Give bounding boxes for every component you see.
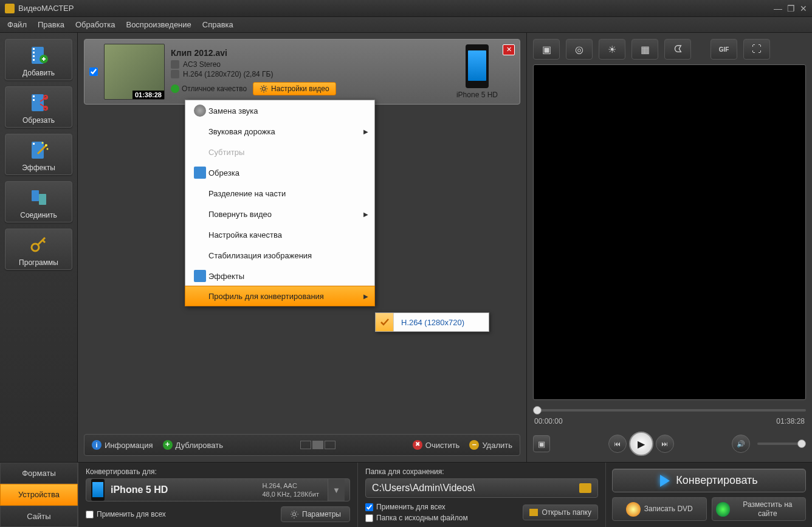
svg-rect-4 bbox=[33, 59, 35, 61]
tab-sites[interactable]: Сайты bbox=[0, 506, 78, 527]
filmstrip-icon: ▦ bbox=[641, 44, 650, 55]
duplicate-button[interactable]: +Дублировать bbox=[163, 440, 223, 450]
output-folder-section: Папка для сохранения: C:\Users\Admin\Vid… bbox=[357, 463, 605, 527]
enhance-button[interactable]: ◎ bbox=[566, 39, 593, 60]
crop-tool-button[interactable]: ▣ bbox=[533, 39, 560, 60]
clip-info: Клип 2012.avi AC3 Stereo H.264 (1280x720… bbox=[171, 48, 450, 95]
seek-bar[interactable] bbox=[533, 405, 806, 416]
format-name: iPhone 5 HD bbox=[111, 484, 256, 495]
info-button[interactable]: iИнформация bbox=[92, 440, 153, 450]
preview-video[interactable] bbox=[533, 64, 806, 400]
svg-point-16 bbox=[45, 144, 47, 146]
film-icon bbox=[171, 70, 179, 78]
speed-button[interactable]: ᗧ bbox=[664, 39, 691, 60]
volume-button[interactable]: 🔊 bbox=[732, 435, 750, 453]
menu-audio-track[interactable]: Звуковая дорожка ▶ bbox=[185, 121, 374, 142]
format-params: 48,0 KHz, 128Кбит bbox=[262, 490, 319, 498]
svg-point-18 bbox=[46, 148, 48, 150]
menu-quality[interactable]: Настройка качества bbox=[185, 224, 374, 245]
folder-path-input[interactable]: C:\Users\Admin\Videos\ bbox=[365, 478, 598, 498]
clip-list: 01:38:28 Клип 2012.avi AC3 Stereo H.264 … bbox=[78, 33, 526, 462]
menu-replace-audio[interactable]: Замена звука bbox=[185, 100, 374, 121]
sidebar-effects-button[interactable]: Эффекты bbox=[5, 134, 72, 175]
crop-icon: ▣ bbox=[542, 44, 551, 55]
apply-all-format-checkbox[interactable]: Применить для всех bbox=[86, 510, 166, 518]
tab-formats[interactable]: Форматы bbox=[0, 463, 78, 484]
gif-button[interactable]: GIF bbox=[710, 39, 737, 60]
menu-playback[interactable]: Воспроизведение bbox=[126, 20, 191, 29]
seek-thumb[interactable] bbox=[533, 406, 542, 415]
sidebar-join-button[interactable]: Соединить bbox=[5, 181, 72, 222]
globe-icon bbox=[716, 502, 730, 517]
minus-icon: – bbox=[469, 440, 479, 450]
browse-folder-button[interactable] bbox=[579, 483, 591, 493]
source-folder-checkbox[interactable]: Папка с исходным файлом bbox=[365, 514, 468, 522]
view-toggle[interactable] bbox=[300, 441, 335, 449]
parameters-button[interactable]: Параметры bbox=[281, 506, 350, 522]
quality-label: Отличное качество bbox=[182, 84, 247, 93]
burn-dvd-button[interactable]: Записать DVD bbox=[612, 497, 707, 521]
tab-devices[interactable]: Устройства bbox=[0, 484, 78, 505]
svg-rect-3 bbox=[33, 55, 35, 57]
svg-rect-10 bbox=[33, 99, 35, 101]
maximize-button[interactable]: ❐ bbox=[787, 4, 795, 13]
clip-thumbnail[interactable]: 01:38:28 bbox=[104, 44, 165, 100]
chevron-right-icon: ▶ bbox=[363, 128, 368, 135]
next-button[interactable]: ⏭ bbox=[656, 435, 674, 453]
sidebar-cut-button[interactable]: Обрезать bbox=[5, 86, 72, 128]
video-settings-button[interactable]: Настройки видео bbox=[253, 82, 336, 95]
snapshot-button[interactable]: ▣ bbox=[533, 435, 550, 452]
menu-process[interactable]: Обработка bbox=[75, 20, 115, 29]
menu-stabilize[interactable]: Стабилизация изображения bbox=[185, 245, 374, 266]
list-toolbar: iИнформация +Дублировать ✖Очистить –Удал… bbox=[84, 434, 520, 456]
clip-video: H.264 (1280x720) (2,84 ГБ) bbox=[183, 70, 273, 78]
menu-split[interactable]: Разделение на части bbox=[185, 183, 374, 204]
sidebar-add-button[interactable]: Добавить bbox=[5, 39, 72, 80]
playback-controls: ▣ ⏮ ▶ ⏭ 🔊 bbox=[533, 432, 806, 456]
play-button[interactable]: ▶ bbox=[629, 432, 653, 456]
clip-name: Клип 2012.avi bbox=[171, 48, 450, 58]
format-dropdown-button[interactable]: ▼ bbox=[328, 479, 345, 501]
clip-checkbox[interactable] bbox=[89, 67, 98, 76]
convert-arrow-icon bbox=[660, 475, 670, 487]
publish-button[interactable]: Разместить на сайте bbox=[712, 497, 807, 521]
sidebar-programs-label: Программы bbox=[8, 258, 69, 267]
open-folder-button[interactable]: Открыть папку bbox=[523, 505, 598, 520]
clip-row[interactable]: 01:38:28 Клип 2012.avi AC3 Stereo H.264 … bbox=[84, 39, 520, 105]
menu-edit[interactable]: Правка bbox=[38, 20, 64, 29]
clip-device-label: iPhone 5 HD bbox=[456, 91, 498, 99]
dvd-icon bbox=[626, 502, 641, 517]
target-icon: ◎ bbox=[575, 44, 583, 55]
clip-duration: 01:38:28 bbox=[132, 91, 164, 99]
menu-help[interactable]: Справка bbox=[202, 20, 233, 29]
plus-icon: + bbox=[163, 440, 173, 450]
fullscreen-button[interactable]: ⛶ bbox=[743, 39, 770, 60]
volume-thumb[interactable] bbox=[797, 439, 806, 448]
clip-remove-button[interactable]: ✕ bbox=[503, 44, 515, 55]
clear-button[interactable]: ✖Очистить bbox=[413, 440, 460, 450]
convert-button[interactable]: Конвертировать bbox=[612, 469, 806, 492]
menu-convert-profile[interactable]: Профиль для конвертирования ▶ bbox=[185, 286, 375, 306]
menu-crop[interactable]: Обрезка bbox=[185, 162, 374, 183]
menu-rotate[interactable]: Повернуть видео ▶ bbox=[185, 204, 374, 224]
filmstrip-button[interactable]: ▦ bbox=[631, 39, 658, 60]
fullscreen-icon: ⛶ bbox=[752, 44, 762, 55]
apply-all-folder-checkbox[interactable]: Применить для всех bbox=[365, 503, 468, 511]
delete-button[interactable]: –Удалить bbox=[469, 440, 512, 450]
menu-file[interactable]: Файл bbox=[7, 20, 27, 29]
sidebar-programs-button[interactable]: Программы bbox=[5, 229, 72, 270]
brightness-button[interactable]: ☀ bbox=[599, 39, 625, 60]
svg-rect-7 bbox=[43, 57, 44, 61]
preview-panel: ▣ ◎ ☀ ▦ ᗧ GIF ⛶ 00:00:00 01:38:28 ▣ ⏮ ▶ … bbox=[526, 33, 812, 462]
profile-option[interactable]: H.264 (1280x720) bbox=[394, 314, 489, 331]
play-icon: ▶ bbox=[638, 438, 645, 450]
menu-effects[interactable]: Эффекты bbox=[185, 266, 374, 286]
minimize-button[interactable]: — bbox=[774, 4, 782, 13]
prev-button[interactable]: ⏮ bbox=[608, 435, 627, 453]
format-selector[interactable]: iPhone 5 HD H.264, AAC 48,0 KHz, 128Кбит… bbox=[86, 478, 350, 501]
folder-label: Папка для сохранения: bbox=[365, 467, 598, 476]
close-button[interactable]: ✕ bbox=[800, 4, 807, 13]
clip-audio: AC3 Stereo bbox=[183, 60, 221, 69]
volume-slider[interactable] bbox=[757, 443, 806, 445]
svg-rect-14 bbox=[33, 143, 35, 145]
